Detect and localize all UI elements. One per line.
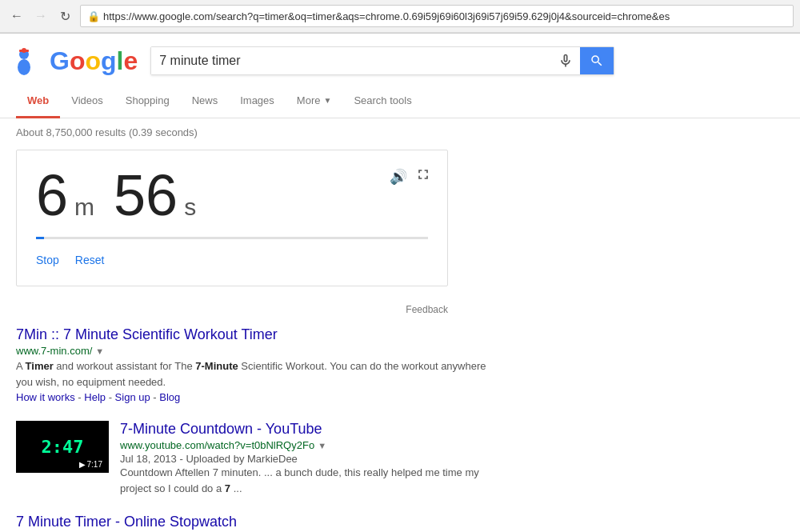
voice-search-button[interactable] [551,53,580,69]
tab-more[interactable]: More ▼ [286,85,343,118]
address-bar-container: 🔒 [80,5,794,27]
result-1-title: 7Min :: 7 Minute Scientific Workout Time… [16,326,496,343]
tab-images[interactable]: Images [229,85,286,118]
timer-minutes-label: m [74,194,94,221]
timer-display: 6m 56s [36,166,428,224]
fullscreen-icon [415,171,431,185]
timer-action-buttons: Stop Reset [36,250,428,270]
timer-controls-icons: 🔊 [390,166,431,186]
result-1-url: www.7-min.com/ ▼ [16,345,496,357]
timer-seconds-label: s [184,194,196,221]
result-1-link-blog[interactable]: Blog [159,391,180,403]
logo-o1: o [70,48,86,74]
logo-o2: o [85,48,101,74]
nav-buttons: ← → ↻ [6,6,75,26]
logo-g2: g [101,48,117,74]
result-1-links: How it works - Help - Sign up - Blog [16,391,496,403]
google-header: G o o g l e [0,34,800,77]
tab-videos[interactable]: Videos [60,85,114,118]
tab-shopping[interactable]: Shopping [114,85,181,118]
result-1-url-text: www.7-min.com/ [16,345,92,357]
feedback-container: Feedback [16,302,448,315]
logo-g: G [50,48,70,74]
more-chevron-icon: ▼ [323,96,331,105]
video-source-url: www.youtube.com/watch?v=t0bNlRQy2Fo [120,439,314,451]
partial-result-1-link[interactable]: 7 Minute Timer - Online Stopwatch [16,514,237,530]
address-bar-input[interactable] [103,10,786,22]
results-container: About 8,750,000 results (0.39 seconds) 🔊… [0,118,560,532]
timer-seconds: 56 [114,166,178,224]
timer-fullscreen-button[interactable] [415,166,431,186]
browser-chrome: ← → ↻ 🔒 [0,0,800,34]
result-1-snippet: A Timer and workout assistant for The 7-… [16,358,496,390]
partial-result-1: 7 Minute Timer - Online Stopwatch [16,514,496,530]
search-input[interactable] [151,47,551,74]
result-1-link-how-it-works[interactable]: How it works [16,391,75,403]
svg-point-1 [18,59,30,75]
results-count: About 8,750,000 results (0.39 seconds) [16,126,544,138]
ssl-lock-icon: 🔒 [87,10,100,22]
microphone-icon [558,53,574,69]
video-source-dropdown[interactable]: ▼ [318,441,326,450]
timer-widget: 🔊 6m 56s Stop Reset [16,150,448,286]
result-1-link-sign-up[interactable]: Sign up [115,391,150,403]
tab-web[interactable]: Web [16,85,60,118]
video-result-1: 2:47 ▶ 7:17 7-Minute Countdown - YouTube… [16,421,496,496]
refresh-button[interactable]: ↻ [54,6,75,26]
play-icon: ▶ [79,460,86,469]
timer-stop-button[interactable]: Stop [36,250,59,270]
google-logo: G o o g l e [16,45,138,77]
video-time-display: 2:47 [42,437,84,457]
search-button[interactable] [580,47,614,74]
video-title-link[interactable]: 7-Minute Countdown - YouTube [120,421,322,437]
video-info: 7-Minute Countdown - YouTube www.youtube… [120,421,496,496]
back-button[interactable]: ← [6,6,27,26]
partial-result-1-title: 7 Minute Timer - Online Stopwatch [16,514,496,530]
video-source: www.youtube.com/watch?v=t0bNlRQy2Fo ▼ [120,439,496,451]
search-nav-tabs: Web Videos Shopping News Images More ▼ S… [0,85,800,118]
video-duration: 7:17 [87,460,102,469]
sound-icon: 🔊 [390,169,407,185]
search-icon [590,54,604,68]
timer-reset-button[interactable]: Reset [75,250,105,270]
search-box [150,46,614,75]
tab-search-tools[interactable]: Search tools [342,85,422,118]
timer-progress-bar [36,237,44,239]
result-1-link-help[interactable]: Help [84,391,106,403]
feedback-link[interactable]: Feedback [406,304,448,315]
result-1-title-link[interactable]: 7Min :: 7 Minute Scientific Workout Time… [16,326,278,342]
video-thumbnail[interactable]: 2:47 ▶ 7:17 [16,421,109,473]
video-title: 7-Minute Countdown - YouTube [120,421,496,438]
video-snippet: Countdown Aftellen 7 minuten. ... a bunc… [120,465,496,496]
logo-e: e [123,48,138,74]
timer-progress-bar-container [36,237,428,239]
forward-button[interactable]: → [30,6,51,26]
search-result-1: 7Min :: 7 Minute Scientific Workout Time… [16,326,496,403]
logo-l: l [117,48,124,74]
svg-rect-3 [19,50,29,52]
timer-sound-button[interactable]: 🔊 [390,166,407,186]
timer-minutes: 6 [36,166,68,224]
browser-toolbar: ← → ↻ 🔒 [0,0,800,33]
google-logo-icon [16,45,48,77]
video-meta: Jul 18, 2013 - Uploaded by MarkieDee [120,453,496,465]
video-duration-badge: ▶ 7:17 [76,459,106,470]
result-1-dropdown-arrow[interactable]: ▼ [95,346,104,356]
tab-news[interactable]: News [181,85,230,118]
